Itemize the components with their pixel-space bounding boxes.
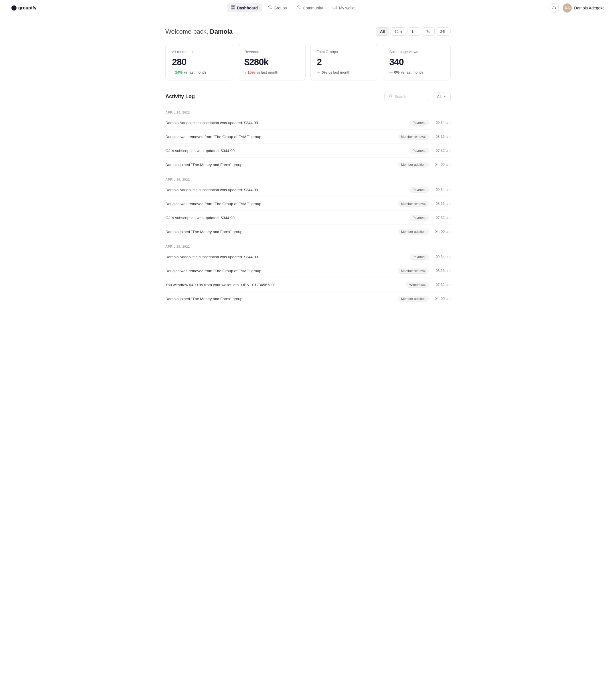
nav-label-mywallet: My wallet	[339, 6, 355, 10]
logo[interactable]: groupify	[12, 5, 36, 11]
time-filter-7d[interactable]: 7d	[422, 28, 434, 36]
time-filter-all[interactable]: All	[376, 28, 389, 36]
stat-card-total-groups: Total Groups 2 — 0% vs last month	[310, 44, 378, 81]
activity-badge: Payment	[410, 215, 429, 221]
activity-time: 07:32 am	[432, 283, 450, 287]
search-box[interactable]	[384, 92, 430, 101]
activity-controls: All	[384, 92, 450, 101]
change-text: vs last month	[256, 70, 278, 74]
stat-value: 2	[317, 57, 372, 67]
activity-meta: Payment 07:32 am	[410, 215, 450, 221]
change-arrow-icon: ↑	[172, 70, 174, 74]
activity-badge: Member removal	[398, 201, 429, 206]
filter-label: All	[437, 95, 441, 99]
change-pct: 0%	[322, 70, 327, 74]
filter-dropdown[interactable]: All	[433, 92, 450, 101]
activity-badge: Payment	[410, 148, 429, 153]
stat-value: 280	[172, 57, 227, 67]
nav-label-community: Community	[303, 6, 323, 10]
activity-description: OJ 's subscription was updated. $344.99	[166, 216, 235, 220]
stat-change: — 0% vs last month	[317, 70, 372, 74]
change-arrow-icon: ↓	[244, 70, 246, 74]
activity-row: OJ 's subscription was updated. $344.99 …	[166, 144, 450, 158]
svg-point-7	[389, 95, 392, 97]
activity-description: Douglas was removed from "The Group of F…	[166, 135, 261, 139]
activity-row: Damola joined "The Money and Forex" grou…	[166, 225, 450, 238]
activity-meta: Payment 09:34 am	[410, 120, 450, 125]
svg-rect-2	[231, 8, 233, 9]
svg-rect-0	[231, 6, 233, 7]
activity-meta: Payment 09:34 am	[410, 254, 450, 260]
activity-description: Damola joined "The Money and Forex" grou…	[166, 230, 242, 234]
nav-item-dashboard[interactable]: Dashboard	[227, 3, 262, 12]
activity-badge: Payment	[410, 120, 429, 125]
nav-item-mywallet[interactable]: My wallet	[328, 3, 359, 12]
activity-row: You withdrew $400.99 from your wallet in…	[166, 278, 450, 292]
change-pct: 15%	[247, 70, 255, 74]
activity-row: Damola joined "The Money and Forex" grou…	[166, 158, 450, 171]
activity-date-group: APRIL 20, 2022 Damola Adegoke's subscrip…	[166, 107, 450, 171]
activity-badge: Payment	[410, 187, 429, 192]
change-pct: 0%	[394, 70, 399, 74]
activity-time: 09:34 am	[432, 255, 450, 259]
avatar: DA	[563, 3, 572, 13]
activity-row: Douglas was removed from "The Group of F…	[166, 264, 450, 278]
svg-rect-3	[233, 8, 235, 9]
activity-description: OJ 's subscription was updated. $344.99	[166, 149, 235, 153]
activity-meta: Member addition 04: 00 am	[398, 296, 450, 302]
activity-date-group: APRIL 19, 2022 Damola Adegoke's subscrip…	[166, 241, 450, 306]
nav-item-groups[interactable]: Groups	[263, 3, 291, 12]
stat-card-all-members: All members 280 ↑ 24% vs last month	[166, 44, 233, 81]
activity-badge: Member addition	[398, 229, 429, 235]
change-text: vs last month	[401, 70, 423, 74]
activity-time: 09:34 am	[432, 188, 450, 192]
bell-icon	[552, 6, 557, 10]
activity-row: Douglas was removed from "The Group of F…	[166, 197, 450, 211]
notification-button[interactable]	[550, 3, 559, 13]
activity-time: 04: 00 am	[432, 230, 450, 234]
avatar-initials: DA	[565, 6, 570, 10]
stat-label: Revenue	[244, 50, 299, 54]
nav-label-dashboard: Dashboard	[237, 6, 258, 10]
change-text: vs last month	[184, 70, 206, 74]
activity-badge: Member removal	[398, 268, 429, 274]
activity-date-label: APRIL 19, 2022	[166, 174, 450, 183]
time-filter-24h[interactable]: 24h	[436, 28, 450, 36]
stat-label: Total Groups	[317, 50, 372, 54]
activity-date-group: APRIL 19, 2022 Damola Adegoke's subscrip…	[166, 174, 450, 238]
activity-row: Damola Adegoke's subscription was update…	[166, 183, 450, 197]
svg-rect-1	[233, 6, 235, 7]
dashboard-icon	[231, 5, 235, 11]
activity-date-label: APRIL 19, 2022	[166, 241, 450, 250]
stat-value: 340	[389, 57, 444, 67]
activity-description: Douglas was removed from "The Group of F…	[166, 202, 261, 206]
activity-description: Damola Adegoke's subscription was update…	[166, 121, 258, 125]
activity-badge: Payment	[410, 254, 429, 260]
chevron-down-icon	[443, 95, 446, 98]
search-input[interactable]	[395, 95, 421, 99]
nav-item-community[interactable]: Community	[293, 3, 327, 12]
activity-log-body: APRIL 20, 2022 Damola Adegoke's subscrip…	[166, 107, 450, 306]
activity-meta: Member addition 04: 00 am	[398, 229, 450, 235]
search-icon	[389, 94, 392, 99]
activity-meta: Member addition 04: 00 am	[398, 162, 450, 168]
time-filter-12m[interactable]: 12m	[390, 28, 406, 36]
stat-label: Sales page views	[389, 50, 444, 54]
activity-meta: Withdrawal 07:32 am	[406, 282, 450, 288]
activity-row: Damola Adegoke's subscription was update…	[166, 116, 450, 130]
time-filter-1m[interactable]: 1m	[407, 28, 421, 36]
user-profile[interactable]: DA Damola Adegoke	[563, 3, 604, 13]
stat-value: $280k	[244, 57, 299, 67]
welcome-name: Damola	[210, 28, 233, 35]
time-filters: All12m1m7d24h	[376, 28, 450, 36]
activity-description: Damola joined "The Money and Forex" grou…	[166, 297, 242, 301]
activity-time: 07:32 am	[432, 216, 450, 220]
activity-time: 04: 00 am	[432, 297, 450, 301]
activity-badge: Member removal	[398, 134, 429, 139]
activity-time: 08:16 am	[432, 269, 450, 273]
svg-line-8	[391, 97, 392, 97]
activity-row: OJ 's subscription was updated. $344.99 …	[166, 211, 450, 225]
mywallet-icon	[332, 5, 337, 11]
activity-meta: Payment 09:34 am	[410, 187, 450, 192]
nav-label-groups: Groups	[274, 6, 287, 10]
